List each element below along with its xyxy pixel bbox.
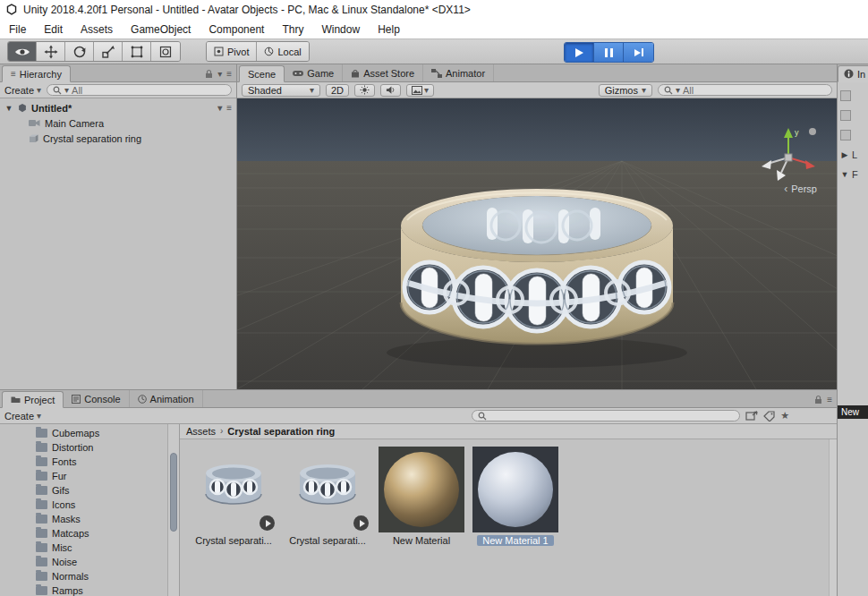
asset-item-prefab-1[interactable]: Crystal separati... (191, 447, 277, 546)
hierarchy-item-crystal-ring[interactable]: Crystal separation ring (0, 131, 236, 146)
foldout-closed-icon[interactable]: ▶ (840, 150, 849, 159)
folder-label: Fonts (52, 456, 77, 467)
lock-icon[interactable] (814, 395, 822, 404)
project-create-button[interactable]: Create ▾ (4, 411, 41, 421)
search-by-label-icon[interactable] (763, 411, 775, 421)
play-button[interactable] (565, 43, 594, 62)
folder-item-ramps[interactable]: Ramps (0, 583, 179, 596)
asset-preview-expand-icon[interactable] (353, 515, 369, 531)
inspector-row[interactable] (838, 128, 868, 141)
folder-item-cubemaps[interactable]: Cubemaps (0, 426, 179, 440)
folder-item-distortion[interactable]: Distortion (0, 440, 179, 455)
scene-root-row[interactable]: ▼ Untitled* ▾ ≡ (0, 100, 236, 115)
folder-item-gifs[interactable]: Gifs (0, 483, 179, 498)
tab-console[interactable]: Console (64, 390, 129, 407)
menu-thry[interactable]: Thry (282, 23, 303, 36)
tab-animation[interactable]: Animation (130, 390, 203, 407)
folder-item-fur[interactable]: Fur (0, 469, 179, 483)
folder-item-misc[interactable]: Misc (0, 541, 179, 555)
menu-assets[interactable]: Assets (81, 23, 113, 36)
search-filter-caret-icon[interactable]: ▾ (676, 86, 680, 95)
projection-mode-toggle[interactable]: ‹ Persp (784, 183, 817, 195)
menu-window[interactable]: Window (321, 23, 360, 36)
scene-search-input[interactable]: ▾ All (658, 84, 832, 96)
gameobject-icon (29, 133, 38, 143)
asset-thumbnail-prefab[interactable] (285, 447, 370, 532)
tab-scene[interactable]: Scene (239, 65, 285, 82)
folder-item-matcaps[interactable]: Matcaps (0, 526, 179, 541)
tab-asset-store[interactable]: Asset Store (343, 64, 423, 81)
asset-label-selected: New Material 1 (477, 535, 553, 546)
lighting-toggle-button[interactable] (354, 84, 375, 97)
draw-mode-dropdown[interactable]: Shaded ▾ (242, 84, 320, 97)
asset-item-material-2-selected[interactable]: New Material 1 (472, 447, 558, 546)
scene-viewport[interactable]: y ‹ Persp (237, 98, 837, 389)
rotate-tool-button[interactable] (65, 42, 94, 61)
hierarchy-item-main-camera[interactable]: Main Camera (0, 115, 236, 131)
audio-toggle-button[interactable] (380, 84, 401, 97)
scene-dropdown-icon[interactable]: ▾ (217, 104, 222, 113)
step-button[interactable] (624, 43, 653, 62)
folder-icon (36, 429, 47, 438)
panel-menu-icon[interactable]: ≡ (827, 396, 832, 404)
asset-thumbnail-material[interactable] (379, 447, 464, 532)
foldout-open-icon[interactable]: ▼ (4, 104, 13, 113)
panel-menu-icon[interactable]: ≡ (226, 70, 232, 79)
pause-button[interactable] (594, 43, 624, 62)
tab-hierarchy[interactable]: ≡ Hierarchy (2, 65, 71, 82)
foldout-open-icon[interactable]: ▼ (840, 170, 849, 179)
asset-thumbnail-material[interactable] (472, 447, 558, 532)
scene-orientation-gizmo[interactable]: y (753, 122, 824, 188)
asset-thumbnail-prefab[interactable] (191, 447, 277, 532)
folder-item-masks[interactable]: Masks (0, 512, 179, 526)
scene-menu-icon[interactable]: ≡ (226, 104, 232, 113)
rect-tool-button[interactable] (123, 42, 151, 61)
menu-edit[interactable]: Edit (44, 23, 63, 36)
search-by-type-icon[interactable] (745, 411, 758, 421)
scale-tool-button[interactable] (94, 42, 123, 61)
scrollbar-thumb[interactable] (170, 453, 177, 532)
assets-scrollbar[interactable] (829, 439, 837, 596)
tab-animator[interactable]: Animator (423, 64, 494, 81)
gizmos-dropdown[interactable]: Gizmos ▾ (599, 84, 652, 97)
lock-icon[interactable] (205, 69, 213, 79)
tab-inspector[interactable]: In (838, 65, 868, 82)
transform-tool-button[interactable] (151, 42, 180, 61)
toggle-2d-button[interactable]: 2D (326, 84, 349, 97)
panel-dropdown-icon[interactable]: ▾ (217, 70, 222, 79)
pivot-button[interactable]: Pivot (207, 42, 257, 61)
window-titlebar: Unity 2018.4.20f1 Personal - Untitled - … (0, 0, 868, 20)
favorites-star-icon[interactable]: ★ (780, 410, 789, 421)
project-search-input[interactable] (472, 410, 740, 421)
folders-scrollbar[interactable] (167, 424, 179, 596)
asset-item-prefab-2[interactable]: Crystal separati... (285, 447, 370, 546)
menu-help[interactable]: Help (378, 23, 400, 36)
menu-gameobject[interactable]: GameObject (131, 23, 191, 36)
local-button[interactable]: Local (257, 42, 308, 61)
asset-item-material-1[interactable]: New Material (379, 447, 464, 546)
hierarchy-create-button[interactable]: Create ▾ (4, 85, 41, 96)
hierarchy-panel: ≡ Hierarchy ▾ ≡ Create ▾ (0, 64, 237, 389)
inspector-foldout-row[interactable]: ▶ L (838, 148, 868, 161)
breadcrumb-current[interactable]: Crystal separation ring (227, 426, 335, 437)
search-filter-caret-icon[interactable]: ▾ (64, 86, 69, 95)
move-tool-button[interactable] (37, 42, 65, 61)
folder-item-noise[interactable]: Noise (0, 555, 179, 569)
folder-icon (36, 472, 47, 481)
folder-item-fonts[interactable]: Fonts (0, 455, 179, 469)
inspector-foldout-row[interactable]: ▼ F (838, 167, 868, 181)
hierarchy-search-input[interactable]: ▾ All (47, 84, 232, 96)
menu-file[interactable]: File (9, 23, 26, 36)
effects-dropdown-button[interactable]: ▾ (406, 84, 434, 97)
inspector-row[interactable] (838, 89, 868, 102)
folder-item-normals[interactable]: Normals (0, 569, 179, 583)
tab-game[interactable]: Game (285, 64, 343, 81)
breadcrumb-root[interactable]: Assets (186, 426, 216, 437)
asset-label: New Material (393, 535, 450, 546)
folder-item-icons[interactable]: Icons (0, 498, 179, 512)
tab-project[interactable]: Project (2, 391, 64, 408)
menu-component[interactable]: Component (208, 23, 264, 36)
asset-preview-expand-icon[interactable] (260, 515, 275, 531)
inspector-row[interactable] (838, 108, 868, 122)
view-tool-button[interactable] (8, 42, 37, 61)
